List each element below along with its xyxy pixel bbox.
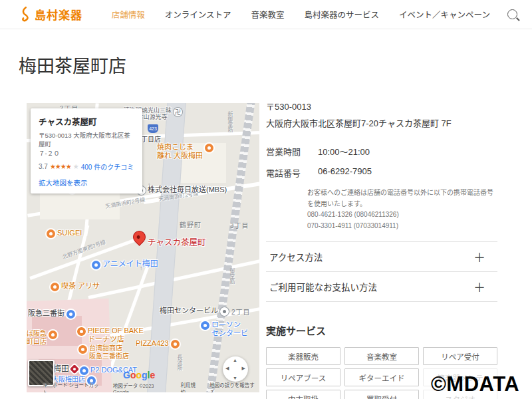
area-label: 2丁目 [231, 307, 251, 317]
restaurant-icon [171, 340, 180, 348]
nav-item-オンラインストア[interactable]: オンラインストア [165, 8, 231, 21]
store-address: 大阪府大阪市北区茶屋町7-20チャスカ茶屋町 7F [266, 116, 497, 129]
map-pan-control[interactable]: ▲ ▼ ◀ ▶ [223, 356, 248, 382]
store-page: 島村楽器 店舗情報オンラインストア音楽教室島村楽器のサービスイベント／キャンペー… [0, 0, 532, 399]
accordion-label: アクセス方法 [269, 250, 323, 263]
map-poi-yakiniku-kojima[interactable]: 焼肉こじま 離れ 大阪梅田 [157, 143, 213, 160]
service-button-買取受付[interactable]: 買取受付 [344, 390, 419, 399]
expand-map-link[interactable]: 拡大地図を表示 [39, 178, 136, 188]
attribution-link[interactable]: キーボード ショートカット [43, 381, 104, 393]
logo-text: 島村楽器 [35, 6, 82, 23]
map-poi-piece-of-bake[interactable]: PIECE OF BAKE ドーナツ店 [77, 327, 144, 343]
rating-value: 3.7 [39, 163, 48, 170]
map-info-card: チャスカ茶屋町 〒530-0013 大阪府大阪市北区茶屋町 ７-２０ 3.7 ★… [31, 108, 142, 194]
map-pin-icon[interactable] [130, 228, 148, 246]
google-logo-letter: G [123, 370, 130, 380]
hours-row: 営業時間 10:00～21:00 [266, 145, 497, 158]
map-poi-animate-umeda[interactable]: アニメイト梅田 [92, 260, 158, 269]
map-poi-label: ローソン センタービ [211, 321, 248, 337]
service-button-リペア受付[interactable]: リペア受付 [423, 347, 497, 365]
map-card-title: チャスカ茶屋町 [39, 115, 136, 128]
map-card-rating: 3.7 ★★★★ ★ 400 件のクチコミ [39, 162, 136, 172]
map-poi-label: 株式会社毎日放送(MBS) [148, 186, 227, 194]
map-poi-label: 阪急三番街 [28, 309, 65, 318]
map-poi-mbs[interactable]: 株式会社毎日放送(MBS) [137, 186, 227, 195]
search-icon[interactable] [507, 9, 517, 19]
plus-icon: ＋ [473, 278, 485, 295]
hankyu-icon [70, 364, 79, 374]
service-button-楽器販売[interactable]: 楽器販売 [266, 347, 340, 365]
google-map-embed[interactable]: ↑ ↑ ↑ 清浄瑠璃光山三昧 院 浜本山源光寺卍三丁目店焼肉こじま 離れ 大阪梅… [27, 103, 259, 392]
star-icon-empty: ★ [73, 163, 79, 170]
page-title: 梅田茶屋町店 [19, 52, 126, 78]
site-header: 島村楽器 店舗情報オンラインストア音楽教室島村楽器のサービスイベント／キャンペー… [0, 0, 532, 29]
map-poi-kissa-arisa[interactable]: 喫茶 アリサ [51, 282, 100, 291]
service-button-中古取扱[interactable]: 中古取扱 [266, 390, 340, 399]
mdata-watermark: ©MDATA [431, 372, 519, 396]
phone-note-line: お客様へのご連絡は店舗の電話番号以外に以下の携帯電話番号を使用いたします。 [307, 188, 497, 209]
reviews-link[interactable]: 400 件のクチコミ [81, 162, 134, 172]
map-card-address: 〒530-0013 大阪府大阪市北区茶屋町 ７-２０ [39, 131, 136, 158]
main-nav: 店舗情報オンラインストア音楽教室島村楽器のサービスイベント／キャンペーン [112, 8, 490, 21]
accordion-アクセス方法[interactable]: アクセス方法＋ [266, 242, 497, 272]
nav-item-音楽教室[interactable]: 音楽教室 [251, 8, 285, 21]
map-poi-label: 梅田 [53, 365, 69, 374]
attribution-link[interactable]: 地図の誤りを報告する [209, 381, 259, 393]
attribution-text: 地図データ ©2023 Google [113, 382, 172, 393]
phone-note-line: 070-3301-4911 (07033014911) [307, 221, 497, 232]
nav-item-店舗情報[interactable]: 店舗情報 [112, 8, 145, 21]
map-poi-label: 梅田センタービル [160, 307, 218, 315]
pan-left-icon[interactable]: ◀ [225, 366, 229, 371]
accordion-ご利用可能なお支払い方法[interactable]: ご利用可能なお支払い方法＋ [266, 272, 497, 302]
pan-right-icon[interactable]: ▶ [242, 366, 245, 371]
google-logo[interactable]: Google [123, 370, 155, 380]
map-poi-label: 焼肉こじま 離れ 大阪梅田 [157, 143, 203, 160]
road-label: 長池筋 [176, 354, 183, 370]
pan-up-icon[interactable]: ▲ [233, 358, 237, 362]
service-button-リペアブース[interactable]: リペアブース [266, 368, 340, 386]
map-poi-lawson-center[interactable]: ローソン センタービ [201, 321, 248, 337]
hours-label: 営業時間 [266, 145, 301, 158]
map-poi-label: SUIGEI [57, 229, 82, 237]
map-poi-label: PIZZA423 [136, 339, 169, 348]
nav-item-島村楽器のサービス[interactable]: 島村楽器のサービス [305, 8, 380, 21]
building-icon [220, 307, 229, 316]
map-poi-label: アニメイト梅田 [102, 260, 158, 269]
plus-icon: ＋ [473, 248, 485, 265]
google-logo-letter: e [150, 370, 155, 380]
area-label: 鶴野町 [180, 219, 201, 229]
temple-icon: 卍 [174, 108, 182, 116]
service-button-ギターエイド[interactable]: ギターエイド [344, 368, 419, 386]
phone-value: 06-6292-7905 [318, 166, 372, 179]
map-poi-label: ば阪急 町口店 [27, 330, 47, 345]
map-poi-taiwan-sweets[interactable]: 台湾甜商店 阪急三番街店 [78, 344, 129, 360]
phone-row: 電話番号 06-6292-7905 [266, 166, 497, 179]
map-poi-suigei[interactable]: SUIGEI [47, 229, 82, 238]
phone-label: 電話番号 [266, 166, 301, 179]
accordion-list: アクセス方法＋ご利用可能なお支払い方法＋ [266, 241, 497, 302]
cafe-icon [78, 345, 87, 354]
google-logo-letter: g [142, 370, 148, 380]
postal-code: 〒530-0013 [266, 100, 497, 112]
map-poi-hankyu-sanbangai[interactable]: 阪急三番街 [28, 309, 75, 319]
google-logo-letter: o [136, 370, 142, 380]
restaurant-icon [49, 331, 57, 339]
map-attribution-bar: キーボード ショートカット地図データ ©2023 Google利用規約地図の誤り… [27, 384, 259, 392]
map-poi-pizza423[interactable]: PIZZA423 [136, 339, 180, 348]
service-button-音楽教室[interactable]: 音楽教室 [344, 347, 419, 365]
cafe-icon [51, 283, 59, 291]
shimamura-logo[interactable]: 島村楽器 [19, 6, 82, 23]
map-pin-label[interactable]: チャスカ茶屋町 [148, 235, 205, 248]
accordion-label: ご利用可能なお支払い方法 [269, 280, 377, 293]
nav-item-イベント／キャンペーン[interactable]: イベント／キャンペーン [399, 8, 490, 21]
attribution-link[interactable]: 利用規約 [180, 381, 200, 393]
hours-value: 10:00～21:00 [318, 145, 370, 158]
road-label: 新御堂筋 [226, 111, 233, 132]
map-poi-umeda-center-building[interactable]: 梅田センタービル [160, 307, 229, 316]
map-poi-hankyu-umedaguchi[interactable]: ば阪急 町口店 [27, 330, 57, 345]
phone-note: お客様へのご連絡は店舗の電話番号以外に以下の携帯電話番号を使用いたします。080… [307, 188, 497, 231]
map-poi-umeda-station[interactable]: 梅田 [53, 365, 78, 374]
shop-icon [201, 321, 209, 330]
pet-icon [80, 366, 88, 375]
pan-down-icon[interactable]: ▼ [233, 376, 237, 380]
